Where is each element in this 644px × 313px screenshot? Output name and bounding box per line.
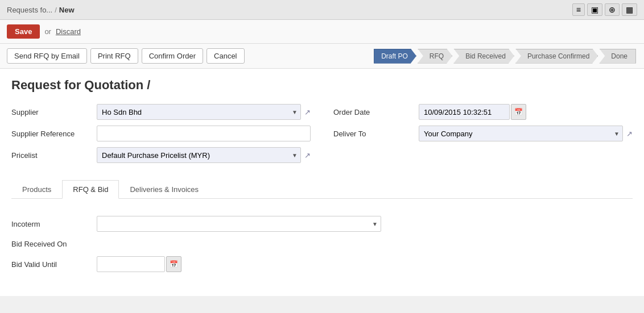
bid-valid-until-label: Bid Valid Until — [11, 260, 97, 269]
supplier-input-group: Ho Sdn Bhd ▼ ↗ — [97, 104, 311, 120]
rfq-bid-tab[interactable]: RFQ & Bid — [62, 180, 119, 199]
bid-valid-until-input[interactable] — [97, 256, 165, 272]
draft-po-step[interactable]: Draft PO — [374, 49, 416, 64]
order-date-calendar-icon[interactable]: 📅 — [511, 104, 526, 120]
bid-valid-until-row: Bid Valid Until 📅 — [11, 256, 633, 272]
done-step[interactable]: Done — [599, 49, 636, 64]
pricelist-external-link-icon[interactable]: ↗ — [304, 151, 311, 160]
calendar-icon-btn[interactable]: ▦ — [622, 3, 637, 16]
send-rfq-button[interactable]: Send RFQ by Email — [7, 48, 87, 64]
supplier-ref-row: Supplier Reference — [11, 126, 311, 141]
bid-received-on-row: Bid Received On — [11, 240, 633, 248]
save-bar: Save or Discard — [0, 20, 644, 44]
pricelist-row: Pricelist Default Purchase Pricelist (MY… — [11, 147, 311, 163]
globe-icon[interactable]: ⊕ — [605, 3, 620, 16]
order-date-label: Order Date — [333, 108, 419, 116]
pricelist-select[interactable]: Default Purchase Pricelist (MYR) — [97, 147, 301, 163]
save-button[interactable]: Save — [7, 24, 40, 39]
confirm-order-button[interactable]: Confirm Order — [142, 48, 203, 64]
incoterm-label: Incoterm — [11, 220, 97, 228]
incoterm-row: Incoterm ▼ — [11, 216, 633, 232]
pricelist-label: Pricelist — [11, 151, 97, 160]
breadcrumb-parent[interactable]: Requests fo... — [7, 6, 52, 14]
list-view-icon[interactable]: ≡ — [572, 3, 585, 16]
cancel-button[interactable]: Cancel — [207, 48, 244, 64]
pricelist-select-wrapper: Default Purchase Pricelist (MYR) ▼ — [97, 147, 301, 163]
top-icons-group: ≡ ▣ ⊕ ▦ — [572, 3, 637, 16]
or-text: or — [44, 27, 51, 36]
main-content: Request for Quotation / Supplier Ho Sdn … — [0, 69, 644, 296]
breadcrumb-current: New — [59, 6, 75, 14]
order-date-row: Order Date 📅 — [333, 104, 633, 120]
bid-valid-until-date-wrapper: 📅 — [97, 256, 181, 272]
status-pipeline: Draft PO RFQ Bid Received Purchase Confi… — [374, 49, 637, 64]
supplier-row: Supplier Ho Sdn Bhd ▼ ↗ — [11, 104, 311, 120]
breadcrumb-bar: Requests fo... / New ≡ ▣ ⊕ ▦ — [0, 0, 644, 20]
breadcrumb-separator: / — [55, 6, 57, 14]
supplier-ref-label: Supplier Reference — [11, 130, 97, 138]
incoterm-select-wrapper: ▼ — [97, 216, 381, 232]
deliver-to-select-wrapper: Your Company ▼ — [419, 126, 623, 141]
order-date-input[interactable] — [419, 104, 510, 120]
deliveries-invoices-tab[interactable]: Deliveries & Invoices — [119, 180, 209, 198]
page-title: Request for Quotation / — [11, 78, 633, 93]
deliver-to-label: Deliver To — [333, 130, 419, 138]
rfq-step[interactable]: RFQ — [418, 49, 452, 64]
products-tab[interactable]: Products — [11, 180, 62, 198]
supplier-select[interactable]: Ho Sdn Bhd — [97, 104, 301, 120]
form-section: Supplier Ho Sdn Bhd ▼ ↗ Supplier Referen… — [11, 104, 633, 169]
print-rfq-button[interactable]: Print RFQ — [90, 48, 138, 64]
bid-received-on-label: Bid Received On — [11, 240, 97, 248]
pricelist-input-group: Default Purchase Pricelist (MYR) ▼ ↗ — [97, 147, 311, 163]
deliver-to-input-group: Your Company ▼ ↗ — [419, 126, 633, 141]
action-buttons-group: Send RFQ by Email Print RFQ Confirm Orde… — [7, 48, 245, 64]
supplier-select-wrapper: Ho Sdn Bhd ▼ — [97, 104, 301, 120]
deliver-to-row: Deliver To Your Company ▼ ↗ — [333, 126, 633, 141]
deliver-to-select[interactable]: Your Company — [419, 126, 623, 141]
form-left-column: Supplier Ho Sdn Bhd ▼ ↗ Supplier Referen… — [11, 104, 311, 169]
rfq-bid-tab-content: Incoterm ▼ Bid Received On Bid Valid Unt… — [11, 210, 633, 286]
tabs-bar: Products RFQ & Bid Deliveries & Invoices — [11, 180, 633, 199]
discard-button[interactable]: Discard — [56, 27, 81, 36]
supplier-external-link-icon[interactable]: ↗ — [304, 108, 311, 116]
supplier-ref-input[interactable] — [97, 126, 311, 141]
order-date-field-wrapper: 📅 — [419, 104, 526, 120]
form-right-column: Order Date 📅 Deliver To Your Company ▼ — [333, 104, 633, 169]
bid-valid-until-calendar-icon[interactable]: 📅 — [166, 256, 181, 272]
purchase-confirmed-step[interactable]: Purchase Confirmed — [515, 49, 598, 64]
deliver-to-external-link-icon[interactable]: ↗ — [626, 130, 633, 138]
window-view-icon[interactable]: ▣ — [587, 3, 602, 16]
incoterm-select[interactable] — [97, 216, 381, 232]
action-bar: Send RFQ by Email Print RFQ Confirm Orde… — [0, 44, 644, 69]
supplier-label: Supplier — [11, 108, 97, 116]
bid-received-step[interactable]: Bid Received — [453, 49, 514, 64]
